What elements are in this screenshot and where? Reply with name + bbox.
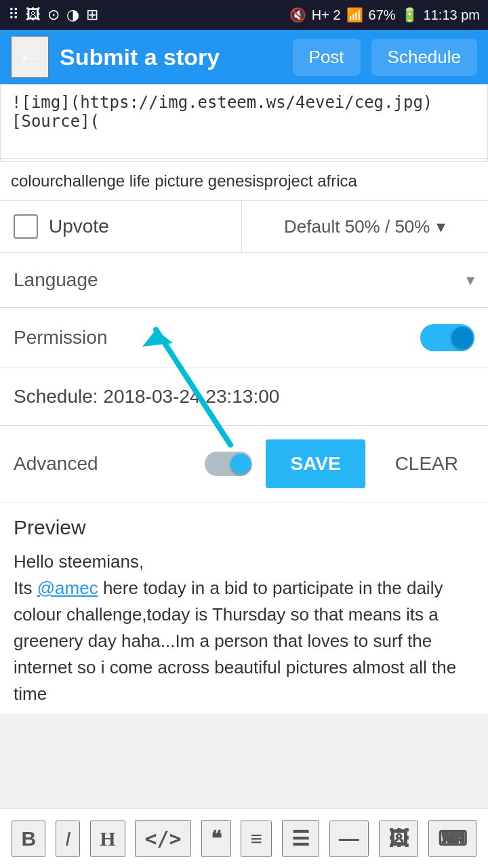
menu-icon: ⠿ [8, 6, 19, 24]
mention-link[interactable]: @amec [37, 578, 98, 598]
upvote-dropdown[interactable]: Default 50% / 50% ▾ [242, 203, 489, 251]
ordered-list-button[interactable]: ☰ [282, 820, 319, 857]
bold-button[interactable]: B [12, 821, 45, 857]
image-icon: 🖼 [26, 6, 41, 24]
schedule-button[interactable]: Schedule [371, 39, 477, 76]
back-button[interactable]: ← [11, 36, 49, 78]
clear-button[interactable]: CLEAR [379, 439, 474, 488]
advanced-toggle[interactable] [205, 452, 252, 476]
signal-label: H+ 2 [312, 7, 341, 23]
code-button[interactable]: </> [135, 820, 190, 857]
battery-label: 67% [369, 7, 396, 23]
signal-bars: 📶 [346, 7, 363, 23]
chevron-down-icon: ▾ [436, 216, 445, 237]
preview-line1: Hello steemians, [14, 551, 144, 572]
top-nav: ← Submit a story Post Schedule [0, 30, 488, 84]
battery-icon: 🔋 [401, 7, 418, 23]
preview-section: Preview Hello steemians, Its @amec here … [0, 502, 488, 714]
apps-icon: ⊞ [86, 6, 98, 24]
preview-title: Preview [14, 516, 474, 539]
keyboard-button[interactable]: ⌨ [428, 820, 476, 857]
heading-button[interactable]: H [90, 821, 125, 857]
tags-row: colourchallenge life picture genesisproj… [0, 162, 488, 201]
story-content-input[interactable]: ![img](https://img.esteem.ws/4evei/ceg.j… [1, 85, 487, 159]
permission-row: Permission [0, 308, 488, 368]
bottom-toolbar: B I H </> ❝ ≡ ☰ — 🖼 ⌨ [0, 808, 488, 868]
advanced-row: Advanced SAVE CLEAR [0, 426, 488, 502]
toggle-thumb [451, 327, 473, 349]
schedule-row: Schedule: 2018-03-24 23:13:00 [0, 368, 488, 426]
upvote-row: Upvote Default 50% / 50% ▾ [0, 201, 488, 253]
upvote-dropdown-value: Default 50% / 50% [284, 216, 430, 237]
discord-icon: ◑ [66, 6, 79, 24]
preview-text: Hello steemians, Its @amec here today in… [14, 549, 474, 707]
quote-button[interactable]: ❝ [201, 820, 231, 857]
upvote-left: Upvote [0, 201, 242, 252]
status-icons: ⠿ 🖼 ⊙ ◑ ⊞ [8, 6, 98, 24]
language-row[interactable]: Language ▾ [0, 253, 488, 308]
language-chevron-icon: ▾ [466, 271, 474, 290]
upvote-checkbox[interactable] [14, 214, 38, 239]
permission-label: Permission [14, 327, 107, 349]
mute-icon: 🔇 [289, 7, 306, 23]
italic-button[interactable]: I [56, 821, 80, 857]
tags-content: colourchallenge life picture genesisproj… [11, 172, 357, 190]
post-button[interactable]: Post [293, 39, 361, 76]
status-bar: ⠿ 🖼 ⊙ ◑ ⊞ 🔇 H+ 2 📶 67% 🔋 11:13 pm [0, 0, 488, 30]
divider-button[interactable]: — [329, 821, 369, 857]
unordered-list-button[interactable]: ≡ [241, 821, 272, 857]
language-label: Language [14, 269, 98, 291]
permission-toggle[interactable] [420, 324, 474, 351]
image-insert-button[interactable]: 🖼 [379, 821, 418, 857]
save-button[interactable]: SAVE [266, 439, 365, 488]
page-title: Submit a story [60, 44, 282, 71]
status-right-icons: 🔇 H+ 2 📶 67% 🔋 11:13 pm [289, 7, 480, 23]
story-text-area: ![img](https://img.esteem.ws/4evei/ceg.j… [0, 84, 488, 162]
time-label: 11:13 pm [424, 7, 480, 23]
upvote-label: Upvote [49, 216, 109, 237]
opera-icon: ⊙ [47, 6, 60, 24]
advanced-label: Advanced [14, 453, 191, 475]
schedule-text: Schedule: 2018-03-24 23:13:00 [14, 386, 279, 407]
